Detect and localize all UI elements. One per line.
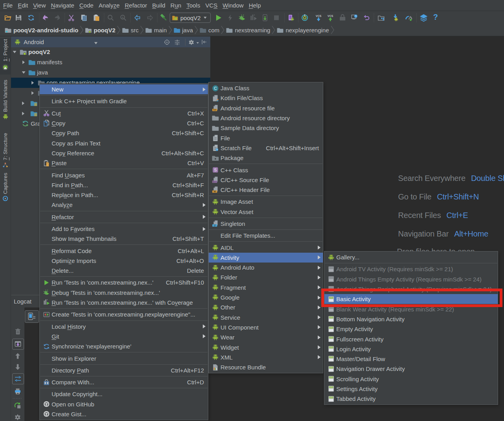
svg-text:H: H xyxy=(214,190,216,193)
svg-text:A: A xyxy=(122,16,124,19)
svg-text:VCS: VCS xyxy=(328,15,334,17)
svg-text:C: C xyxy=(214,86,217,90)
svg-text:C++: C++ xyxy=(213,181,217,183)
svg-text:VCS: VCS xyxy=(316,15,322,17)
svg-text:S: S xyxy=(214,168,217,172)
svg-text:J: J xyxy=(214,224,216,227)
svg-text:<>: <> xyxy=(213,109,216,112)
